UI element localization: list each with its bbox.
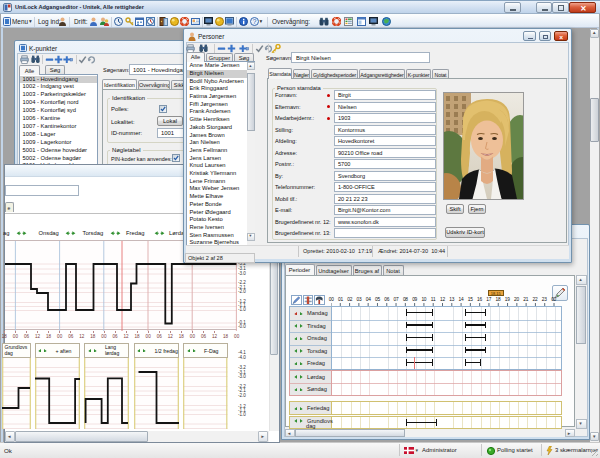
svg-text:?: ?: [252, 18, 256, 25]
